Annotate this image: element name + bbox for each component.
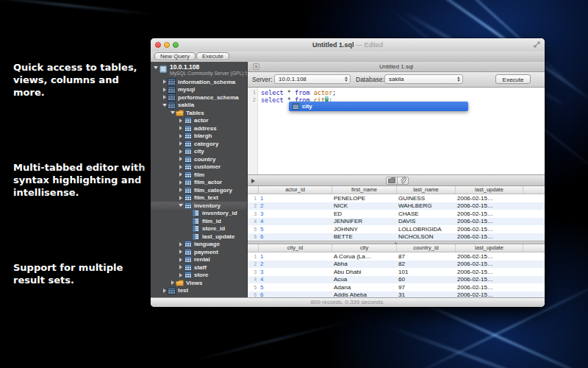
cell-last_name[interactable]: WAHLBERG xyxy=(396,202,455,209)
cell-city_id[interactable]: 5 xyxy=(258,284,331,291)
attach-button[interactable] xyxy=(397,177,409,185)
tree-item-sakila[interactable]: sakila xyxy=(151,102,247,110)
disclosure-collapsed-icon[interactable] xyxy=(178,134,184,138)
disclosure-collapsed-icon[interactable] xyxy=(178,141,184,146)
tree-item-store[interactable]: store xyxy=(151,272,247,280)
disclosure-collapsed-icon[interactable] xyxy=(170,280,176,285)
column-header-first_name[interactable]: first_name xyxy=(332,186,397,194)
cell-last_update[interactable]: 2006-02-15… xyxy=(455,261,523,267)
cell-last_name[interactable]: CHASE xyxy=(396,210,455,217)
disclosure-expanded-icon[interactable] xyxy=(162,104,168,107)
table-row[interactable]: 44JENNIFERDAVIS2006-02-15… xyxy=(248,218,545,226)
disclosure-expanded-icon[interactable] xyxy=(178,204,184,207)
cell-country_id[interactable]: 87 xyxy=(396,253,455,260)
result-set-2[interactable]: city_idcitycountry_idlast_update11A Coru… xyxy=(248,244,545,299)
cell-city_id[interactable]: 2 xyxy=(258,261,331,267)
tree-item-store_id[interactable]: store_id xyxy=(151,225,247,233)
tree-item-views[interactable]: Views xyxy=(151,279,247,287)
disclosure-collapsed-icon[interactable] xyxy=(178,126,184,130)
tree-item-film_id[interactable]: film_id xyxy=(151,217,247,225)
tab-untitled-1[interactable]: Untitled 1.sql xyxy=(248,63,545,70)
cell-actor_id[interactable]: 1 xyxy=(258,195,331,202)
autocomplete-item-city[interactable]: city xyxy=(302,103,312,110)
export-folder-button[interactable] xyxy=(386,177,398,185)
tree-item-mysql[interactable]: mysql xyxy=(151,86,247,94)
cell-first_name[interactable]: JOHNNY xyxy=(331,226,396,233)
sql-editor[interactable]: 12 select * from actor;select * from cit… xyxy=(248,88,545,174)
cell-country_id[interactable]: 97 xyxy=(396,284,455,291)
results-disclosure-icon[interactable] xyxy=(251,179,255,183)
cell-actor_id[interactable]: 6 xyxy=(258,233,331,240)
tree-item-customer[interactable]: customer xyxy=(151,163,247,171)
tree-item-test[interactable]: test xyxy=(151,287,247,295)
table-row[interactable]: 55JOHNNYLOLLOBRIGIDA2006-02-15… xyxy=(248,225,545,233)
tree-item-inventory_id[interactable]: inventory_id xyxy=(151,210,247,218)
tree-item-rental[interactable]: rental xyxy=(151,256,247,264)
disclosure-collapsed-icon[interactable] xyxy=(178,250,184,254)
disclosure-collapsed-icon[interactable] xyxy=(162,95,168,99)
autocomplete-popup[interactable]: city xyxy=(289,102,468,111)
disclosure-expanded-icon[interactable] xyxy=(170,111,176,114)
cell-city[interactable]: Adana xyxy=(331,284,396,291)
tree-item-actor[interactable]: actor xyxy=(151,117,247,125)
disclosure-collapsed-icon[interactable] xyxy=(178,118,184,123)
new-query-button[interactable]: New Query xyxy=(154,52,196,60)
cell-country_id[interactable]: 101 xyxy=(396,269,455,275)
disclosure-collapsed-icon[interactable] xyxy=(178,157,184,161)
database-select[interactable]: sakila xyxy=(384,74,463,84)
result-set-1[interactable]: actor_idfirst_namelast_namelast_update11… xyxy=(248,186,545,241)
cell-last_update[interactable]: 2006-02-15… xyxy=(455,202,523,209)
column-header-country_id[interactable]: country_id xyxy=(397,244,456,252)
cell-country_id[interactable]: 82 xyxy=(396,261,455,267)
cell-last_name[interactable]: LOLLOBRIGIDA xyxy=(396,226,455,233)
cell-city[interactable]: Abha xyxy=(331,261,396,267)
cell-city[interactable]: Abu Dhabi xyxy=(331,269,396,275)
code-area[interactable]: select * from actor;select * from city; xyxy=(258,88,336,174)
cell-actor_id[interactable]: 4 xyxy=(258,218,331,224)
tree-item-last_update[interactable]: last_update xyxy=(151,233,247,241)
cell-first_name[interactable]: NICK xyxy=(331,202,396,209)
table-row[interactable]: 44Acua602006-02-15… xyxy=(248,276,545,284)
cell-last_name[interactable]: GUINESS xyxy=(396,195,455,202)
column-header-last_name[interactable]: last_name xyxy=(397,186,456,194)
disclosure-collapsed-icon[interactable] xyxy=(162,79,168,84)
execute-query-button[interactable]: Execute xyxy=(495,74,531,84)
table-row[interactable]: 22NICKWAHLBERG2006-02-15… xyxy=(248,202,545,210)
server-select[interactable]: 10.0.1.108 xyxy=(274,74,351,84)
cell-city_id[interactable]: 3 xyxy=(258,269,331,275)
table-row[interactable]: 33Abu Dhabi1012006-02-15… xyxy=(248,268,545,276)
cell-actor_id[interactable]: 2 xyxy=(258,202,331,209)
cell-last_name[interactable]: NICHOLSON xyxy=(396,233,455,240)
tree-item-server[interactable]: 10.0.1.108 MySQL Community Server (GPL) … xyxy=(151,62,247,78)
tree-item-film_category[interactable]: film_category xyxy=(151,186,247,194)
cell-last_name[interactable]: DAVIS xyxy=(396,218,455,224)
tree-item-blargh[interactable]: blargh xyxy=(151,132,247,141)
tree-item-tables[interactable]: Tables xyxy=(151,109,247,117)
cell-last_update[interactable]: 2006-02-15… xyxy=(455,218,523,224)
execute-toolbar-button[interactable]: Execute xyxy=(196,52,229,60)
cell-city_id[interactable]: 4 xyxy=(258,276,331,283)
cell-last_update[interactable]: 2006-02-15… xyxy=(455,210,523,217)
tree-item-language[interactable]: language xyxy=(151,241,247,249)
tree-item-film_actor[interactable]: film_actor xyxy=(151,179,247,187)
disclosure-collapsed-icon[interactable] xyxy=(178,273,184,277)
table-row[interactable]: 11A Corua (La…872006-02-15… xyxy=(248,252,545,261)
resize-icon[interactable] xyxy=(534,41,540,48)
disclosure-collapsed-icon[interactable] xyxy=(178,196,184,200)
cell-first_name[interactable]: PENELOPE xyxy=(331,195,396,202)
disclosure-collapsed-icon[interactable] xyxy=(178,265,184,269)
column-header-city_id[interactable]: city_id xyxy=(259,244,332,252)
tree-item-country[interactable]: country xyxy=(151,155,247,163)
cell-last_update[interactable]: 2006-02-15… xyxy=(455,226,523,233)
cell-first_name[interactable]: BETTE xyxy=(331,233,396,240)
disclosure-collapsed-icon[interactable] xyxy=(178,149,184,154)
cell-first_name[interactable]: ED xyxy=(331,210,396,217)
results-splitter[interactable] xyxy=(248,241,545,244)
cell-actor_id[interactable]: 5 xyxy=(258,226,331,233)
tree-item-city[interactable]: city xyxy=(151,148,247,156)
cell-country_id[interactable]: 60 xyxy=(396,276,455,283)
cell-city_id[interactable]: 1 xyxy=(258,253,331,260)
table-row[interactable]: 22Abha822006-02-15… xyxy=(248,261,545,269)
cell-first_name[interactable]: JENNIFER xyxy=(331,218,396,224)
tree-item-film_text[interactable]: film_text xyxy=(151,194,247,202)
